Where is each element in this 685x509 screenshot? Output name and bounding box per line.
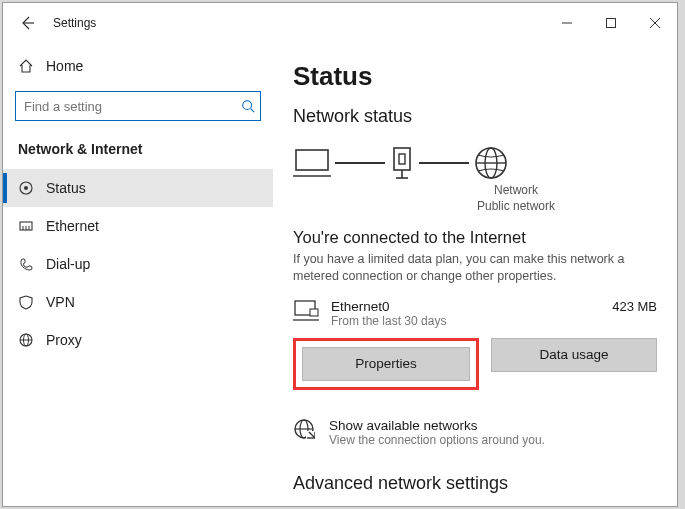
connection-row: Ethernet0 From the last 30 days 423 MB [293,299,657,328]
available-networks-subtitle: View the connection options around you. [329,433,545,447]
network-diagram [293,145,657,181]
router-icon [389,146,415,180]
svg-point-8 [24,186,28,190]
sidebar-item-label: VPN [46,294,75,310]
svg-rect-2 [607,19,616,28]
diagram-labels: Network Public network [375,183,657,214]
sidebar-item-proxy[interactable]: Proxy [3,321,273,359]
titlebar: Settings [3,3,677,43]
search-wrap [15,91,261,121]
maximize-icon [606,18,616,28]
maximize-button[interactable] [589,8,633,38]
advanced-heading: Advanced network settings [293,473,657,494]
dialup-icon [18,256,34,272]
globe-icon [473,145,509,181]
close-icon [650,18,660,28]
svg-rect-19 [399,154,405,164]
sidebar-section-label: Network & Internet [3,135,273,169]
sidebar-home-label: Home [46,58,83,74]
properties-button[interactable]: Properties [302,347,470,381]
sidebar-item-label: Proxy [46,332,82,348]
sidebar-item-ethernet[interactable]: Ethernet [3,207,273,245]
dash-line [419,162,469,164]
connection-usage: 423 MB [612,299,657,314]
available-networks-title: Show available networks [329,418,545,433]
connection-subtext: From the last 30 days [331,314,600,328]
minimize-icon [562,18,572,28]
sidebar-item-dialup[interactable]: Dial-up [3,245,273,283]
data-usage-button[interactable]: Data usage [491,338,657,372]
minimize-button[interactable] [545,8,589,38]
svg-rect-27 [310,309,318,316]
section-title: Network status [293,106,657,127]
sidebar-item-label: Dial-up [46,256,90,272]
connection-name: Ethernet0 [331,299,600,314]
window-title: Settings [53,16,96,30]
svg-line-6 [251,109,255,113]
svg-point-5 [243,101,252,110]
proxy-icon [18,332,34,348]
ethernet-icon [18,218,34,234]
show-available-networks[interactable]: Show available networks View the connect… [293,418,657,447]
dash-line [335,162,385,164]
main-content: Status Network status Network Public net… [273,43,677,506]
diagram-node-sublabel: Public network [375,199,657,215]
sidebar-item-label: Status [46,180,86,196]
diagram-node-label: Network [375,183,657,199]
svg-rect-16 [296,150,328,170]
status-description: If you have a limited data plan, you can… [293,251,657,285]
settings-window: Settings Home Networ [2,2,678,507]
pc-icon [293,146,331,180]
status-icon [18,180,34,196]
vpn-icon [18,294,34,310]
available-networks-icon [293,418,315,440]
home-icon [18,58,34,74]
status-headline: You're connected to the Internet [293,228,657,247]
sidebar-item-status[interactable]: Status [3,169,273,207]
close-button[interactable] [633,8,677,38]
highlight-box: Properties [293,338,479,390]
back-button[interactable] [13,9,41,37]
page-title: Status [293,61,657,92]
button-row: Properties Data usage [293,338,657,390]
sidebar-item-label: Ethernet [46,218,99,234]
arrow-left-icon [19,15,35,31]
svg-rect-18 [394,148,410,170]
search-input[interactable] [15,91,261,121]
search-icon [241,99,255,113]
sidebar-item-vpn[interactable]: VPN [3,283,273,321]
sidebar: Home Network & Internet Status Ether [3,43,273,506]
connection-pc-icon [293,299,319,323]
sidebar-home[interactable]: Home [3,47,273,85]
